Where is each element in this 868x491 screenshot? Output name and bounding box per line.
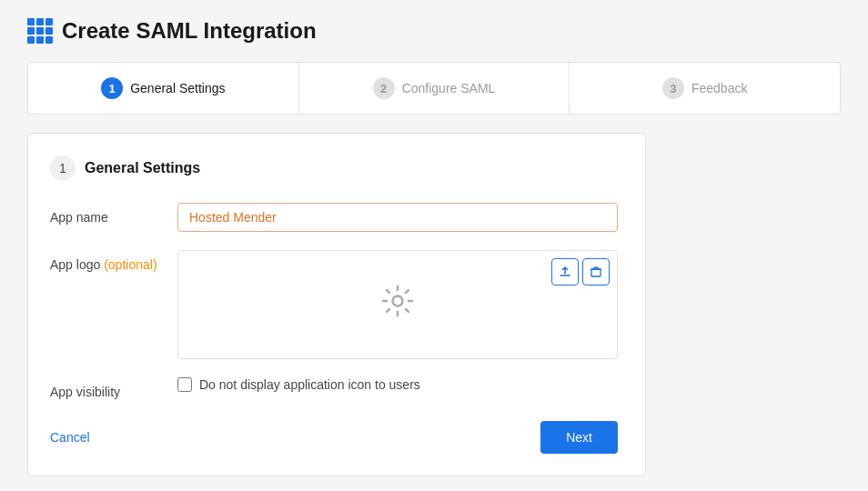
step-1-number: 1 [101,77,123,99]
page-title: Create SAML Integration [62,18,317,44]
app-name-row: App name [50,203,618,232]
step-2-configure-saml[interactable]: 2 Configure SAML [299,63,570,114]
logo-upload-buttons [551,258,610,286]
form-card: 1 General Settings App name App logo (op… [27,133,646,476]
form-section-title: 1 General Settings [50,155,618,181]
app-logo-label: App logo (optional) [50,250,177,272]
app-visibility-checkbox[interactable] [177,377,192,392]
app-name-label: App name [50,203,177,225]
gear-icon [378,281,418,329]
upload-logo-button[interactable] [551,258,579,286]
step-3-label: Feedback [691,81,747,95]
step-2-number: 2 [373,77,395,99]
logo-upload-area [177,250,618,359]
next-button[interactable]: Next [540,421,618,454]
app-visibility-row: App visibility Do not display applicatio… [50,377,618,399]
step-3-number: 3 [662,77,684,99]
delete-logo-button[interactable] [582,258,610,286]
visibility-checkbox-row: Do not display application icon to users [177,377,618,392]
app-logo-row: App logo (optional) [50,250,618,359]
app-visibility-label: App visibility [50,377,177,399]
app-name-input[interactable] [177,203,618,232]
page-title-container: Create SAML Integration [27,18,841,44]
step-2-label: Configure SAML [402,81,496,95]
step-1-general-settings[interactable]: 1 General Settings [28,63,299,114]
app-visibility-checkbox-label: Do not display application icon to users [199,377,420,392]
svg-rect-0 [591,269,601,276]
cancel-button[interactable]: Cancel [50,430,90,445]
steps-bar: 1 General Settings 2 Configure SAML 3 Fe… [27,62,841,115]
grid-icon [27,18,53,44]
step-3-feedback[interactable]: 3 Feedback [570,63,840,114]
app-visibility-field: Do not display application icon to users [177,377,618,392]
svg-point-2 [393,296,403,306]
form-section-label: General Settings [85,160,200,176]
app-logo-field [177,250,618,359]
step-1-label: General Settings [130,81,225,95]
form-section-number: 1 [50,155,76,181]
form-footer: Cancel Next [50,421,618,454]
app-name-field [177,203,618,232]
